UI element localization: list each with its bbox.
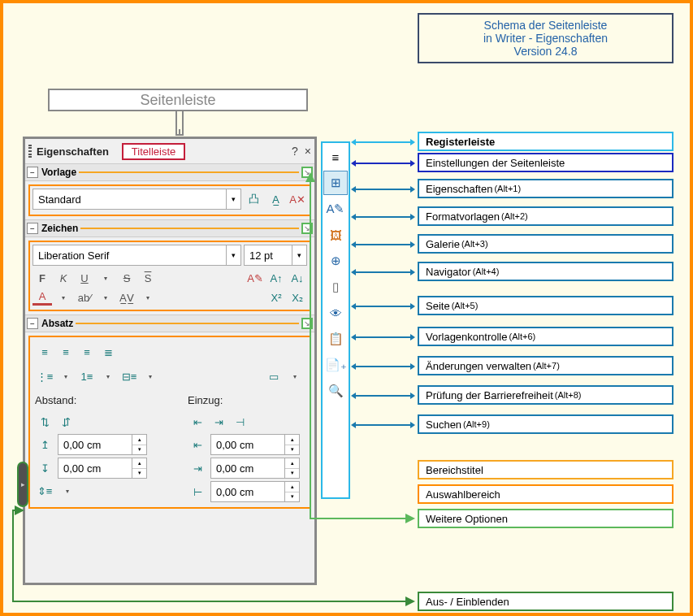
arrow [353, 216, 414, 218]
line-spacing-icon[interactable]: ⇕≡ [35, 481, 54, 501]
collapse-icon[interactable]: − [27, 223, 38, 234]
underline-icon[interactable]: U [75, 268, 94, 288]
align-justify-icon[interactable]: ≣ [98, 342, 118, 362]
strike-icon[interactable]: S [117, 268, 136, 288]
bold-icon[interactable]: F [32, 268, 52, 288]
menu-icon[interactable]: ≡ [323, 145, 348, 169]
style-inspector-tab-icon[interactable]: 👁 [323, 301, 348, 325]
dec-spacing-icon[interactable]: ⇵ [56, 412, 76, 432]
align-left-icon[interactable]: ≡ [35, 342, 54, 362]
chevron-down-icon[interactable]: ▾ [56, 367, 76, 386]
section-header-absatz[interactable]: − Absatz ↘ [25, 315, 314, 332]
space-above-icon: ↥ [35, 435, 54, 454]
inc-indent-icon[interactable]: ⇤ [188, 412, 207, 432]
close-button[interactable]: × [305, 145, 311, 158]
styles-tab-icon[interactable]: A✎ [323, 197, 348, 221]
space-below-icon: ↧ [35, 458, 54, 478]
chevron-down-icon[interactable]: ▾ [285, 367, 305, 386]
section-body-vorlage: Standard ▾ 凸 A̲ A✕ [25, 181, 314, 219]
titlebar: Eigenschaften Titelleiste ? × [25, 139, 314, 163]
legend-changes: Änderungen verwalten(Alt+7) [418, 356, 674, 375]
chevron-down-icon[interactable]: ▾ [96, 268, 115, 288]
properties-tab-icon[interactable]: ⊞ [323, 171, 348, 195]
collapse-icon[interactable]: − [27, 167, 38, 178]
legend-more-options: Weitere Optionen [418, 509, 674, 528]
legend-properties: Eigenschaften(Alt+1) [418, 179, 674, 198]
highlight-icon[interactable]: A✎ [245, 268, 265, 288]
clear-style-icon[interactable]: A✕ [288, 189, 307, 209]
spacing-label: Abstand: [35, 394, 147, 406]
indent-right-icon: ⇥ [188, 458, 207, 478]
arrow [353, 163, 414, 164]
font-size-combo[interactable]: 12 pt ▾ [244, 245, 307, 266]
superscript-icon[interactable]: X² [266, 288, 286, 307]
font-combo[interactable]: Liberation Serif ▾ [32, 245, 241, 266]
arrow [353, 306, 414, 307]
highlight-color-icon[interactable]: ab⁄ [75, 288, 94, 307]
section-title: Vorlage [41, 167, 76, 178]
navigator-tab-icon[interactable]: ⊕ [323, 249, 348, 273]
sidebar-panel: Eigenschaften Titelleiste ? × − Vorlage … [23, 137, 317, 585]
dec-indent-icon[interactable]: ⇥ [209, 412, 228, 432]
indent-left-icon: ⇤ [188, 435, 207, 454]
section-underline [80, 228, 299, 229]
titlebar-badge: Titelleiste [122, 143, 185, 160]
italic-icon[interactable]: K [54, 268, 73, 288]
outline-icon[interactable]: ⊟≡ [119, 367, 139, 386]
legend-navigator: Navigator(Alt+4) [418, 262, 674, 281]
toggle-handle[interactable]: ▸ [17, 462, 28, 507]
align-center-icon[interactable]: ≡ [56, 342, 76, 362]
more-options-button[interactable]: ↘ [301, 318, 313, 329]
indent-right-input[interactable]: 0,00 cm▴▾ [210, 458, 300, 479]
overline-icon[interactable]: S [138, 268, 158, 288]
chevron-down-icon[interactable]: ▾ [226, 245, 240, 265]
new-style-icon[interactable]: A̲ [266, 189, 285, 209]
chevron-down-icon[interactable]: ▾ [141, 367, 160, 386]
chevron-down-icon[interactable]: ▾ [226, 189, 240, 209]
chevron-down-icon[interactable]: ▾ [98, 367, 118, 386]
accessibility-tab-icon[interactable]: 📄₊ [323, 353, 348, 377]
section-underline [79, 171, 299, 173]
chevron-down-icon[interactable]: ▾ [96, 288, 115, 307]
indent-first-icon: ⊢ [188, 482, 207, 501]
title-line3: Version 24.8 [514, 45, 578, 58]
legend-gallery: Galerie(Alt+3) [418, 234, 674, 254]
bullet-list-icon[interactable]: ⋮≡ [35, 367, 54, 386]
char-spacing-icon[interactable]: A̲V̲ [117, 288, 136, 307]
paragraph-style-combo[interactable]: Standard ▾ [32, 189, 241, 210]
update-style-icon[interactable]: 凸 [244, 189, 263, 209]
grip-icon[interactable] [28, 145, 32, 158]
space-below-input[interactable]: 0,00 cm▴▾ [58, 458, 147, 479]
section-body-zeichen: Liberation Serif ▾ 12 pt ▾ F K U ▾ S S A… [25, 237, 314, 315]
chevron-down-icon[interactable]: ▾ [54, 288, 73, 307]
changes-tab-icon[interactable]: 📋 [323, 327, 348, 351]
font-color-icon[interactable]: A [32, 289, 52, 306]
indent-left-input[interactable]: 0,00 cm▴▾ [210, 434, 300, 455]
arrow [353, 366, 414, 367]
section-title: Zeichen [41, 223, 78, 234]
number-list-icon[interactable]: 1≡ [77, 367, 97, 386]
legend-register: Registerleiste [418, 132, 674, 151]
indent-first-input[interactable]: 0,00 cm▴▾ [210, 481, 300, 502]
page-tab-icon[interactable]: ▯ [323, 275, 348, 299]
hanging-icon[interactable]: ⊣ [230, 412, 249, 432]
section-header-zeichen[interactable]: − Zeichen ↘ [25, 219, 314, 237]
subscript-icon[interactable]: X₂ [288, 288, 307, 307]
help-button[interactable]: ? [292, 145, 298, 158]
chevron-down-icon[interactable]: ▾ [292, 245, 306, 265]
more-options-button[interactable]: ↘ [301, 223, 313, 234]
collapse-icon[interactable]: − [27, 318, 38, 329]
more-options-button[interactable]: ↘ [301, 167, 313, 178]
inc-spacing-icon[interactable]: ⇅ [35, 412, 54, 432]
align-right-icon[interactable]: ≡ [77, 342, 97, 362]
search-tab-icon[interactable]: 🔍 [323, 379, 348, 403]
grow-font-icon[interactable]: A↑ [266, 268, 286, 288]
bg-color-icon[interactable]: ▭ [264, 367, 284, 386]
chevron-down-icon[interactable]: ▾ [58, 481, 77, 501]
section-header-vorlage[interactable]: − Vorlage ↘ [25, 163, 314, 181]
space-above-input[interactable]: 0,00 cm▴▾ [58, 434, 147, 455]
section-body-absatz: ≡ ≡ ≡ ≣ ⋮≡ ▾ 1≡ ▾ ⊟≡ ▾ ▭ ▾ Abstand: [25, 332, 314, 512]
chevron-down-icon[interactable]: ▾ [138, 288, 158, 307]
shrink-font-icon[interactable]: A↓ [288, 268, 307, 288]
gallery-tab-icon[interactable]: 🖼 [323, 223, 348, 247]
